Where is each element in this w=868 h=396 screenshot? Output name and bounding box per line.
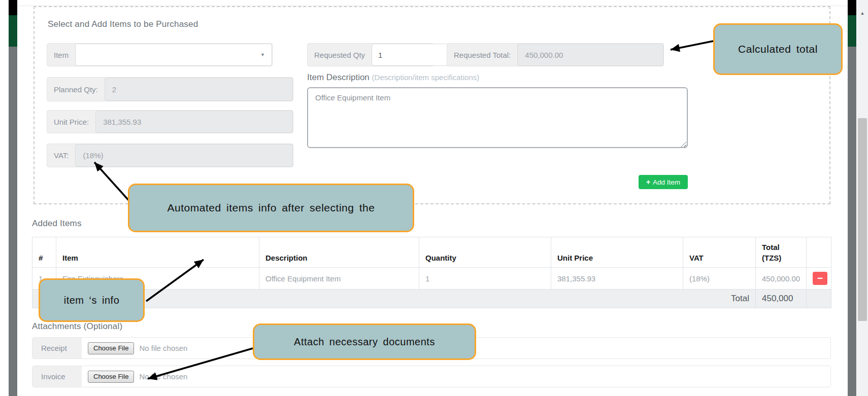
receipt-choose-file-button[interactable]: Choose File [88,342,134,354]
unit-price-label: Unit Price: [47,111,95,133]
planned-qty-group: Planned Qty: 2 [47,77,293,101]
added-items-table: # Item Description Quantity Unit Price V… [32,237,831,308]
col-header-quantity: Quantity [419,237,551,268]
requested-qty-group: Requested Qty [307,43,434,66]
cell-total: 450,000.00 [756,268,807,290]
unit-price-value: 381,355.93 [95,111,293,133]
receipt-label: Receipt [32,338,82,358]
table-header-row: # Item Description Quantity Unit Price V… [32,237,831,268]
total-actions-empty [807,290,831,308]
item-field-group: Item ▼ [47,43,273,66]
invoice-file-status: No file chosen [139,372,187,381]
vat-label: VAT: [47,144,75,167]
added-items-title: Added Items [32,219,82,229]
receipt-file-status: No file chosen [139,344,187,352]
cell-description: Office Equipment Item [259,268,419,290]
plus-icon: + [646,178,650,186]
table-row: 1 Fire Extinguishers Office Equipment It… [32,268,831,290]
planned-qty-label: Planned Qty: [47,78,105,101]
invoice-label: Invoice [32,366,82,387]
right-bar-green-segment [848,15,856,47]
invoice-choose-file-button[interactable]: Choose File [88,371,134,383]
callout-automated-info: Automated items info after selecting the [128,184,414,232]
remove-item-button[interactable]: − [813,272,827,285]
scroll-up-arrow-icon[interactable]: ▲ [857,9,868,17]
left-bar-black-segment [9,0,17,15]
chevron-down-icon: ▼ [260,52,265,57]
col-header-num: # [32,237,56,268]
left-bar-gray-segment [9,47,17,396]
requested-total-label: Requested Total: [447,44,517,66]
requested-total-group: Requested Total: 450,000.00 [447,43,664,66]
left-edge-bar [9,0,17,396]
planned-qty-value: 2 [105,78,293,101]
col-header-item: Item [56,237,259,268]
item-description-label-text: Item Description [307,73,370,82]
item-select[interactable]: ▼ [75,44,272,66]
total-value: 450,000 [756,290,807,308]
table-total-row: Total 450,000 [32,290,831,308]
form-section-title: Select and Add Items to be Purchased [48,19,198,29]
vertical-scrollbar[interactable]: ▲ [857,0,868,396]
right-edge-bar [848,0,856,396]
col-header-total: Total (TZS) [756,237,807,268]
requested-total-value: 450,000.00 [517,44,663,66]
cell-actions: − [807,268,831,290]
col-header-actions [807,237,831,268]
requested-qty-label: Requested Qty [308,44,372,66]
vat-value: (18%) [75,144,293,167]
vat-group: VAT: (18%) [47,143,293,167]
item-label: Item [47,44,75,66]
item-description-textarea[interactable]: Office Equipment Item [307,87,688,148]
col-header-description: Description [259,237,419,268]
minus-icon: − [817,273,823,283]
left-bar-green-segment [9,15,17,47]
callout-item-info: item ‘s info [39,278,145,322]
right-bar-gray-segment [848,47,856,396]
invoice-attachment-row: Invoice Choose File No file chosen [32,366,831,387]
col-header-unit-price: Unit Price [551,237,683,268]
right-bar-black-segment [848,0,856,15]
callout-attach-docs: Attach necessary documents [253,323,476,360]
add-item-button[interactable]: + Add Item [639,175,688,189]
invoice-file-input: Choose File No file chosen [82,366,830,387]
item-description-label: Item Description (Description/item speci… [307,73,479,83]
cell-quantity: 1 [419,268,551,290]
item-description-hint: (Description/item specifications) [372,73,480,82]
attachments-title: Attachments (Optional) [32,321,122,332]
cell-vat: (18%) [683,268,756,290]
scrollbar-thumb[interactable] [858,118,867,321]
callout-calculated-total: Calculated total [713,23,843,75]
unit-price-group: Unit Price: 381,355.93 [47,110,293,133]
cell-unit-price: 381,355.93 [551,268,683,290]
col-header-vat: VAT [683,237,756,268]
add-item-button-label: Add Item [653,178,680,186]
